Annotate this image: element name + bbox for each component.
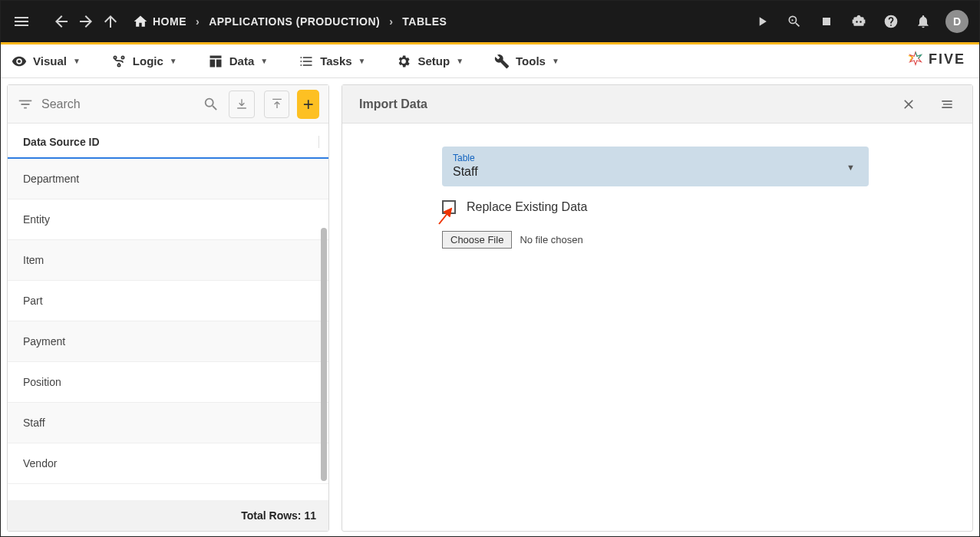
menu-tasks[interactable]: Tasks▼ xyxy=(299,54,365,69)
hamburger-icon[interactable] xyxy=(12,12,31,31)
scrollbar[interactable] xyxy=(321,228,327,481)
robot-icon[interactable] xyxy=(849,12,869,31)
breadcrumb: HOME › APPLICATIONS (PRODUCTION) › TABLE… xyxy=(133,14,447,29)
bell-icon[interactable] xyxy=(913,12,933,31)
search-input[interactable] xyxy=(41,97,195,111)
chevron-down-icon: ▼ xyxy=(846,163,855,172)
upload-icon[interactable] xyxy=(264,91,290,118)
brand-star-icon xyxy=(907,51,924,68)
breadcrumb-tables[interactable]: TABLES xyxy=(402,15,447,28)
list-item[interactable]: Item xyxy=(8,240,328,281)
eye-icon xyxy=(12,54,27,69)
nav-up-icon[interactable] xyxy=(101,12,120,31)
list-item[interactable]: Staff xyxy=(8,403,328,443)
menu-setup[interactable]: Setup▼ xyxy=(396,54,464,69)
menubar: Visual▼ Logic▼ Data▼ Tasks▼ Setup▼ Tools… xyxy=(1,44,979,78)
list-footer: Total Rows: 11 xyxy=(8,500,328,531)
nav-forward-icon xyxy=(76,12,96,31)
svg-point-2 xyxy=(117,64,120,66)
svg-point-0 xyxy=(114,56,116,58)
list-item[interactable]: Department xyxy=(8,159,328,199)
stop-icon[interactable] xyxy=(817,12,836,31)
import-form: Table Staff ▼ Replace Existing Data Choo… xyxy=(342,124,972,272)
play-icon[interactable] xyxy=(752,12,772,31)
content-area: + Data Source ID Department Entity Item … xyxy=(1,78,979,537)
stagger-list-icon[interactable] xyxy=(939,96,955,113)
svg-point-1 xyxy=(121,56,124,58)
topbar-actions: D xyxy=(752,10,968,33)
app-topbar: HOME › APPLICATIONS (PRODUCTION) › TABLE… xyxy=(1,1,979,42)
brand-logo: FIVE xyxy=(907,51,965,68)
table-select-value: Staff xyxy=(453,165,858,179)
menu-visual[interactable]: Visual▼ xyxy=(12,54,81,69)
avatar[interactable]: D xyxy=(945,10,968,33)
help-icon[interactable] xyxy=(881,12,901,31)
home-icon xyxy=(133,14,148,29)
replace-checkbox[interactable] xyxy=(442,200,456,214)
nav-back-icon[interactable] xyxy=(51,12,71,31)
menu-data[interactable]: Data▼ xyxy=(208,54,268,69)
right-panel-header: Import Data xyxy=(342,85,972,124)
breadcrumb-applications[interactable]: APPLICATIONS (PRODUCTION) xyxy=(209,15,380,28)
download-icon[interactable] xyxy=(229,91,255,118)
breadcrumb-home[interactable]: HOME xyxy=(133,14,186,29)
list-item[interactable]: Vendor xyxy=(8,443,328,484)
data-source-list[interactable]: Department Entity Item Part Payment Posi… xyxy=(8,159,328,500)
tools-icon xyxy=(494,54,510,69)
left-panel-toolbar: + xyxy=(8,85,328,124)
checklist-icon xyxy=(299,54,314,69)
table-icon xyxy=(208,54,223,69)
left-panel: + Data Source ID Department Entity Item … xyxy=(7,84,329,532)
chevron-right-icon: › xyxy=(196,15,200,28)
menu-logic[interactable]: Logic▼ xyxy=(111,54,177,69)
list-header: Data Source ID xyxy=(8,124,328,159)
page-title: Import Data xyxy=(359,97,427,111)
gear-icon xyxy=(396,54,411,69)
table-select-label: Table xyxy=(453,153,858,163)
chevron-right-icon: › xyxy=(389,15,393,28)
search-play-icon[interactable] xyxy=(784,12,804,31)
choose-file-button[interactable]: Choose File xyxy=(442,231,512,249)
table-select[interactable]: Table Staff ▼ xyxy=(442,147,869,186)
menu-tools[interactable]: Tools▼ xyxy=(494,54,559,69)
add-button[interactable]: + xyxy=(297,90,319,119)
list-item[interactable]: Entity xyxy=(8,199,328,240)
replace-label: Replace Existing Data xyxy=(467,200,587,214)
search-icon[interactable] xyxy=(203,94,219,114)
close-icon[interactable] xyxy=(900,96,917,113)
right-panel: Import Data Table Staff ▼ Replace Existi… xyxy=(342,84,973,532)
filter-icon[interactable] xyxy=(17,94,34,114)
file-status: No file chosen xyxy=(520,234,582,245)
list-item[interactable]: Payment xyxy=(8,321,328,362)
logic-icon xyxy=(111,54,127,69)
list-item[interactable]: Position xyxy=(8,362,328,403)
list-item[interactable]: Part xyxy=(8,281,328,321)
